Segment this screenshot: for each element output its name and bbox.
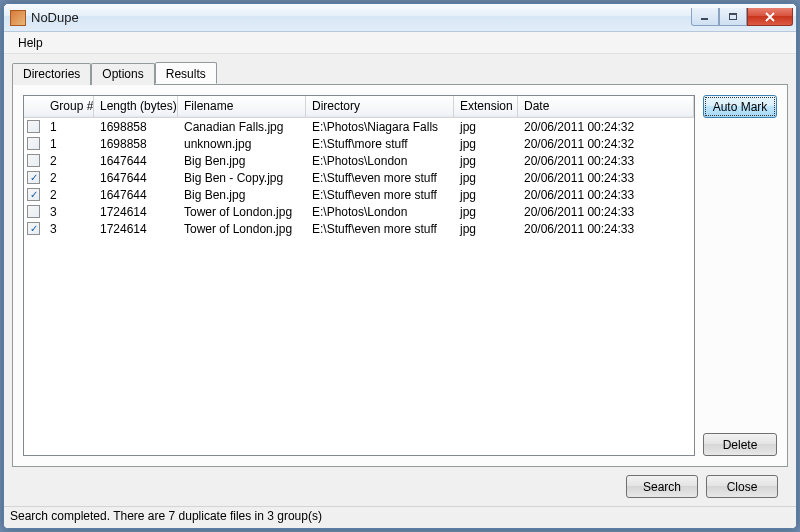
table-row[interactable]: 11698858Canadian Falls.jpgE:\Photos\Niag… xyxy=(24,118,694,135)
column-group[interactable]: Group # xyxy=(44,96,94,117)
row-checkbox[interactable] xyxy=(24,154,44,167)
cell-date: 20/06/2011 00:24:33 xyxy=(518,205,694,219)
search-button[interactable]: Search xyxy=(626,475,698,498)
cell-group: 2 xyxy=(44,171,94,185)
table-row[interactable]: ✓21647644Big Ben - Copy.jpgE:\Stuff\even… xyxy=(24,169,694,186)
app-icon xyxy=(10,10,26,26)
checkbox-icon xyxy=(27,154,40,167)
auto-mark-button[interactable]: Auto Mark xyxy=(703,95,777,118)
delete-button[interactable]: Delete xyxy=(703,433,777,456)
cell-filename: Big Ben - Copy.jpg xyxy=(178,171,306,185)
titlebar[interactable]: NoDupe xyxy=(4,4,796,32)
cell-group: 3 xyxy=(44,222,94,236)
column-length[interactable]: Length (bytes) xyxy=(94,96,178,117)
cell-length: 1724614 xyxy=(94,222,178,236)
checkbox-icon xyxy=(27,137,40,150)
cell-extension: jpg xyxy=(454,222,518,236)
table-row[interactable]: 31724614Tower of London.jpgE:\Photos\Lon… xyxy=(24,203,694,220)
row-checkbox[interactable] xyxy=(24,137,44,150)
row-checkbox[interactable]: ✓ xyxy=(24,171,44,184)
cell-date: 20/06/2011 00:24:33 xyxy=(518,171,694,185)
cell-filename: Big Ben.jpg xyxy=(178,188,306,202)
cell-filename: unknown.jpg xyxy=(178,137,306,151)
maximize-button[interactable] xyxy=(719,8,747,26)
checkbox-icon xyxy=(27,205,40,218)
cell-extension: jpg xyxy=(454,171,518,185)
menubar: Help xyxy=(4,32,796,54)
client-area: Directories Options Results Group # Leng… xyxy=(4,54,796,506)
table-row[interactable]: 21647644Big Ben.jpgE:\Photos\Londonjpg20… xyxy=(24,152,694,169)
cell-directory: E:\Photos\London xyxy=(306,154,454,168)
cell-date: 20/06/2011 00:24:33 xyxy=(518,188,694,202)
cell-extension: jpg xyxy=(454,188,518,202)
row-checkbox[interactable] xyxy=(24,120,44,133)
table-row[interactable]: 11698858unknown.jpgE:\Stuff\more stuffjp… xyxy=(24,135,694,152)
app-window: NoDupe Help Directories Options Results xyxy=(3,3,797,529)
minimize-button[interactable] xyxy=(691,8,719,26)
row-checkbox[interactable]: ✓ xyxy=(24,222,44,235)
cell-extension: jpg xyxy=(454,120,518,134)
statusbar: Search completed. There are 7 duplicate … xyxy=(4,506,796,528)
cell-group: 1 xyxy=(44,137,94,151)
row-checkbox[interactable]: ✓ xyxy=(24,188,44,201)
close-window-button[interactable] xyxy=(747,8,793,26)
checkbox-icon: ✓ xyxy=(27,222,40,235)
maximize-icon xyxy=(728,12,738,21)
cell-group: 2 xyxy=(44,154,94,168)
cell-directory: E:\Stuff\more stuff xyxy=(306,137,454,151)
cell-directory: E:\Photos\London xyxy=(306,205,454,219)
svg-rect-2 xyxy=(729,13,737,15)
checkbox-icon xyxy=(27,120,40,133)
tab-options[interactable]: Options xyxy=(91,63,154,85)
cell-length: 1724614 xyxy=(94,205,178,219)
cell-date: 20/06/2011 00:24:32 xyxy=(518,137,694,151)
cell-filename: Tower of London.jpg xyxy=(178,222,306,236)
column-extension[interactable]: Extension xyxy=(454,96,518,117)
row-checkbox[interactable] xyxy=(24,205,44,218)
column-date[interactable]: Date xyxy=(518,96,694,117)
cell-filename: Big Ben.jpg xyxy=(178,154,306,168)
cell-group: 2 xyxy=(44,188,94,202)
cell-directory: E:\Stuff\even more stuff xyxy=(306,222,454,236)
table-row[interactable]: ✓21647644Big Ben.jpgE:\Stuff\even more s… xyxy=(24,186,694,203)
column-filename[interactable]: Filename xyxy=(178,96,306,117)
cell-directory: E:\Stuff\even more stuff xyxy=(306,188,454,202)
results-grid: Group # Length (bytes) Filename Director… xyxy=(23,95,695,456)
cell-filename: Canadian Falls.jpg xyxy=(178,120,306,134)
grid-header: Group # Length (bytes) Filename Director… xyxy=(24,96,694,118)
menu-help[interactable]: Help xyxy=(10,34,51,52)
minimize-icon xyxy=(700,13,710,21)
cell-date: 20/06/2011 00:24:33 xyxy=(518,154,694,168)
column-directory[interactable]: Directory xyxy=(306,96,454,117)
window-controls xyxy=(691,8,793,26)
table-row[interactable]: ✓31724614Tower of London.jpgE:\Stuff\eve… xyxy=(24,220,694,237)
bottom-button-bar: Search Close xyxy=(12,467,788,506)
cell-date: 20/06/2011 00:24:32 xyxy=(518,120,694,134)
tabstrip: Directories Options Results xyxy=(12,62,788,84)
checkbox-icon: ✓ xyxy=(27,188,40,201)
tab-results[interactable]: Results xyxy=(155,62,217,84)
cell-length: 1647644 xyxy=(94,154,178,168)
svg-rect-0 xyxy=(701,18,708,20)
cell-directory: E:\Stuff\even more stuff xyxy=(306,171,454,185)
column-checkbox[interactable] xyxy=(24,96,44,117)
cell-filename: Tower of London.jpg xyxy=(178,205,306,219)
cell-extension: jpg xyxy=(454,154,518,168)
cell-group: 3 xyxy=(44,205,94,219)
window-title: NoDupe xyxy=(31,10,691,25)
cell-length: 1647644 xyxy=(94,171,178,185)
close-icon xyxy=(764,12,776,22)
cell-date: 20/06/2011 00:24:33 xyxy=(518,222,694,236)
cell-length: 1647644 xyxy=(94,188,178,202)
cell-group: 1 xyxy=(44,120,94,134)
cell-length: 1698858 xyxy=(94,137,178,151)
checkbox-icon: ✓ xyxy=(27,171,40,184)
side-button-panel: Auto Mark Delete xyxy=(703,95,777,456)
cell-extension: jpg xyxy=(454,137,518,151)
close-button[interactable]: Close xyxy=(706,475,778,498)
tab-directories[interactable]: Directories xyxy=(12,63,91,85)
grid-body[interactable]: 11698858Canadian Falls.jpgE:\Photos\Niag… xyxy=(24,118,694,455)
cell-directory: E:\Photos\Niagara Falls xyxy=(306,120,454,134)
cell-extension: jpg xyxy=(454,205,518,219)
cell-length: 1698858 xyxy=(94,120,178,134)
